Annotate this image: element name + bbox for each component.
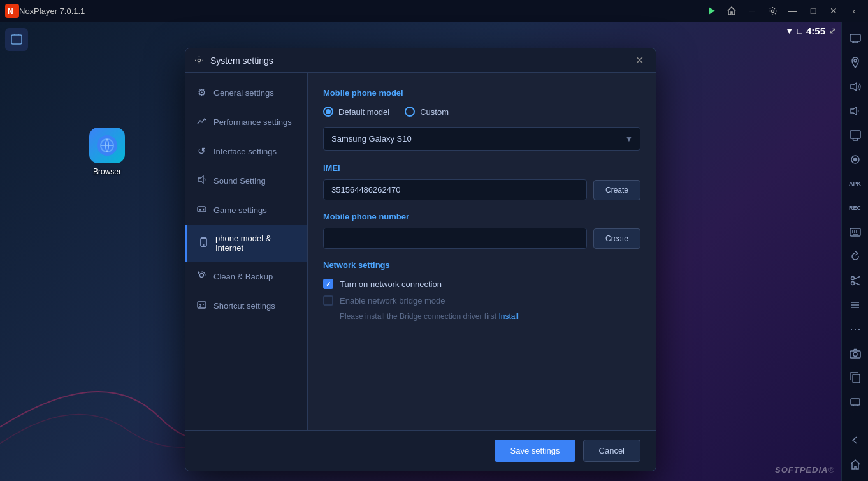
- nav-interface[interactable]: ↺ Interface settings: [185, 137, 307, 166]
- topbar-controls: ─ — □ ✕ ‹: [702, 2, 863, 20]
- settings-dialog: System settings ✕ ⚙ General settings Per…: [185, 48, 656, 471]
- phone-number-label: Mobile phone number: [323, 212, 640, 221]
- play-icon[interactable]: [702, 2, 720, 20]
- svg-text:N: N: [8, 7, 13, 16]
- save-settings-button[interactable]: Save settings: [495, 440, 575, 462]
- nav-shortcut[interactable]: Shortcut settings: [185, 291, 307, 320]
- nav-interface-label: Interface settings: [213, 147, 277, 156]
- svg-marker-19: [851, 107, 857, 115]
- nav-game-label: Game settings: [213, 205, 267, 215]
- custom-model-label: Custom: [420, 107, 449, 117]
- sidebar-apk-btn[interactable]: APK: [844, 172, 867, 195]
- window-back-icon[interactable]: ‹: [845, 2, 863, 20]
- bridge-mode-checkbox[interactable]: [323, 295, 333, 306]
- install-link[interactable]: Install: [498, 312, 518, 321]
- dialog-footer: Save settings Cancel: [185, 430, 656, 471]
- svg-point-22: [853, 158, 857, 161]
- phone-icon: [198, 237, 209, 249]
- wifi-icon: ▼: [785, 26, 793, 36]
- sidebar-location-btn[interactable]: [844, 51, 867, 74]
- svg-rect-11: [198, 207, 206, 212]
- sidebar-rec-btn[interactable]: [844, 148, 867, 171]
- dialog-title: System settings: [210, 56, 625, 66]
- nav-sound-label: Sound Setting: [213, 176, 266, 186]
- default-model-radio[interactable]: [323, 107, 333, 117]
- turn-on-network-checkbox[interactable]: [323, 279, 333, 289]
- browser-icon: [89, 128, 125, 163]
- imei-create-button[interactable]: Create: [593, 180, 640, 200]
- sidebar-scissors-btn[interactable]: [844, 269, 867, 292]
- sidebar-keyboard-btn[interactable]: [844, 221, 867, 244]
- sidebar-back-btn[interactable]: [844, 429, 867, 452]
- model-select-wrap: Samsung Galaxy S10 Samsung Galaxy S20 Hu…: [323, 127, 640, 151]
- imei-label: IMEI: [323, 163, 640, 173]
- home-icon[interactable]: [723, 2, 741, 20]
- turn-on-network-label: Turn on network connection: [340, 279, 442, 289]
- general-icon: ⚙: [196, 87, 207, 98]
- sidebar-list-btn[interactable]: [844, 293, 867, 316]
- nav-phone-model[interactable]: phone model & Internet: [185, 225, 307, 262]
- sidebar-home-btn[interactable]: [844, 453, 867, 476]
- svg-point-14: [199, 274, 203, 278]
- svg-rect-15: [198, 302, 206, 308]
- svg-point-9: [198, 59, 200, 61]
- sound-icon: [196, 175, 207, 186]
- nox-logo: N: [5, 4, 19, 18]
- custom-model-option[interactable]: Custom: [405, 107, 449, 117]
- imei-input[interactable]: [323, 179, 587, 200]
- bridge-note: Please install the Bridge connection dri…: [323, 312, 640, 321]
- nav-sound[interactable]: Sound Setting: [185, 166, 307, 195]
- battery-icon: □: [797, 26, 802, 36]
- settings-icon[interactable]: [763, 2, 781, 20]
- nav-clean-label: Clean & Backup: [213, 272, 273, 281]
- sidebar-volume-up-btn[interactable]: [844, 75, 867, 98]
- sidebar-monitor-btn[interactable]: [844, 124, 867, 147]
- sidebar-more-btn[interactable]: ⋯: [844, 318, 867, 341]
- sidebar-volume-down-btn[interactable]: [844, 100, 867, 122]
- default-model-option[interactable]: Default model: [323, 107, 389, 117]
- nav-game[interactable]: Game settings: [185, 195, 307, 225]
- window-minimize-icon[interactable]: —: [784, 2, 802, 20]
- svg-rect-26: [850, 351, 860, 358]
- sidebar-screen2-btn[interactable]: [844, 390, 867, 413]
- game-icon: [196, 204, 207, 216]
- app-title: NoxPlayer 7.0.1.1: [19, 6, 85, 16]
- dialog-settings-icon: [194, 56, 204, 65]
- sidebar-rotate-btn[interactable]: [844, 245, 867, 268]
- expand-icon: ⤢: [829, 26, 836, 36]
- nav-general-label: General settings: [213, 88, 274, 98]
- clean-icon: [196, 270, 207, 282]
- svg-rect-16: [850, 34, 860, 41]
- window-close-icon[interactable]: ✕: [825, 2, 843, 20]
- minimize-icon[interactable]: ─: [743, 2, 761, 20]
- nav-performance-label: Performance settings: [213, 117, 292, 127]
- svg-rect-29: [851, 399, 860, 405]
- phone-number-create-button[interactable]: Create: [593, 228, 640, 249]
- interface-icon: ↺: [196, 145, 207, 157]
- sidebar-copy-btn[interactable]: [844, 366, 867, 389]
- model-select[interactable]: Samsung Galaxy S10 Samsung Galaxy S20 Hu…: [323, 127, 640, 151]
- softpedia-watermark: SOFTPEDIA®: [775, 465, 835, 475]
- cancel-button[interactable]: Cancel: [583, 440, 640, 462]
- sidebar-camera-btn[interactable]: [844, 342, 867, 365]
- sidebar-screen-btn[interactable]: [844, 27, 867, 50]
- bridge-mode-label: Enable network bridge mode: [340, 296, 445, 306]
- svg-point-5: [771, 10, 774, 12]
- nav-general[interactable]: ⚙ General settings: [185, 78, 307, 107]
- svg-point-25: [851, 282, 854, 285]
- dialog-titlebar: System settings ✕: [185, 48, 656, 73]
- window-maximize-icon[interactable]: □: [804, 2, 822, 20]
- browser-desktop-icon[interactable]: Browser: [89, 128, 125, 176]
- phone-number-input[interactable]: [323, 228, 587, 249]
- nav-clean-backup[interactable]: Clean & Backup: [185, 262, 307, 291]
- svg-rect-20: [850, 131, 860, 138]
- nav-performance[interactable]: Performance settings: [185, 107, 307, 137]
- status-time: 4:55: [806, 26, 825, 36]
- default-model-label: Default model: [338, 107, 389, 117]
- topbar: N NoxPlayer 7.0.1.1 ─ — □ ✕ ‹: [0, 0, 868, 22]
- dialog-close-button[interactable]: ✕: [632, 53, 647, 68]
- sidebar-rec2-btn[interactable]: REC: [844, 196, 867, 219]
- shortcut-icon: [196, 300, 207, 311]
- svg-point-24: [851, 277, 854, 280]
- custom-model-radio[interactable]: [405, 107, 415, 117]
